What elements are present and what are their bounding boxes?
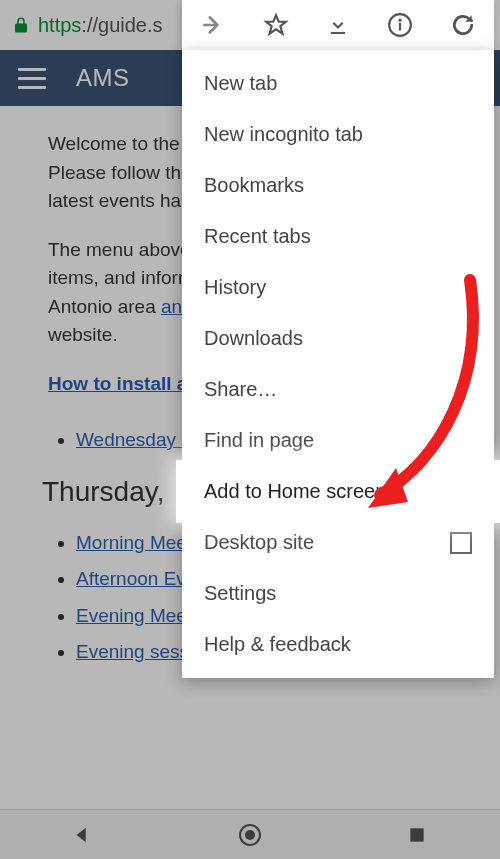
menu-item-history[interactable]: History xyxy=(182,262,494,313)
svg-point-4 xyxy=(399,19,402,22)
info-icon[interactable] xyxy=(372,1,428,49)
menu-item-downloads[interactable]: Downloads xyxy=(182,313,494,364)
svg-rect-2 xyxy=(410,828,423,841)
menu-item-bookmarks[interactable]: Bookmarks xyxy=(182,160,494,211)
svg-rect-5 xyxy=(399,23,401,31)
download-icon[interactable] xyxy=(310,1,366,49)
menu-item-settings[interactable]: Settings xyxy=(182,568,494,619)
back-icon[interactable] xyxy=(53,815,113,855)
menu-item-add-to-home[interactable]: Add to Home screen xyxy=(182,466,494,517)
refresh-icon[interactable] xyxy=(435,1,491,49)
menu-item-help[interactable]: Help & feedback xyxy=(182,619,494,670)
address-text: https://guide.s xyxy=(38,14,163,37)
star-icon[interactable] xyxy=(248,1,304,49)
menu-item-recent-tabs[interactable]: Recent tabs xyxy=(182,211,494,262)
menu-item-share[interactable]: Share… xyxy=(182,364,494,415)
system-nav-bar xyxy=(0,809,500,859)
overflow-menu: New tab New incognito tab Bookmarks Rece… xyxy=(182,50,494,678)
recents-icon[interactable] xyxy=(387,815,447,855)
home-icon[interactable] xyxy=(220,815,280,855)
menu-toolbar-row xyxy=(182,0,494,50)
menu-item-incognito[interactable]: New incognito tab xyxy=(182,109,494,160)
checkbox-icon[interactable] xyxy=(450,532,472,554)
menu-icon[interactable] xyxy=(12,58,52,98)
menu-item-new-tab[interactable]: New tab xyxy=(182,58,494,109)
menu-item-find-in-page[interactable]: Find in page xyxy=(182,415,494,466)
svg-point-1 xyxy=(245,830,255,840)
app-title: AMS xyxy=(76,64,130,92)
screenshot-frame: https://guide.s AMS Welcome to the Annua… xyxy=(0,0,500,859)
forward-icon[interactable] xyxy=(185,1,241,49)
menu-item-desktop-site[interactable]: Desktop site xyxy=(182,517,494,568)
lock-icon xyxy=(12,16,30,34)
